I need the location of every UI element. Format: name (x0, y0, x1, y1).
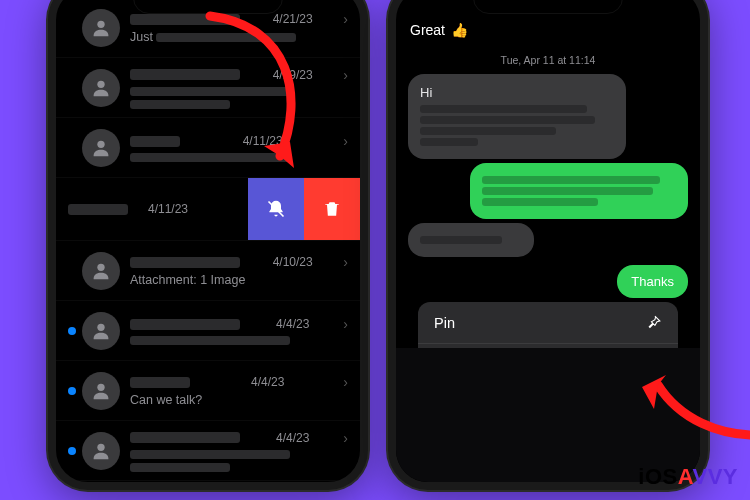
chevron-right-icon: › (343, 11, 348, 27)
message-preview: Can we talk? (130, 393, 348, 407)
chevron-right-icon: › (343, 254, 348, 270)
message-preview-redacted (130, 336, 290, 345)
conversation-row[interactable]: 4/10/23› Attachment: 1 Image (56, 241, 360, 301)
avatar (82, 129, 120, 167)
conversation-row[interactable]: 3/31/23› (56, 481, 360, 490)
chevron-right-icon: › (343, 430, 348, 446)
conversation-date: 4/11/23 (243, 134, 283, 148)
message-preview: Attachment: 1 Image (130, 273, 348, 287)
contact-name-redacted (130, 432, 240, 443)
unread-dot (68, 327, 76, 335)
chevron-right-icon: › (343, 374, 348, 390)
contact-name-redacted (130, 257, 240, 268)
chevron-right-icon: › (343, 316, 348, 332)
message-preview-redacted (130, 463, 230, 472)
notch (473, 0, 623, 14)
svg-point-4 (97, 323, 104, 330)
unread-dot (68, 387, 76, 395)
avatar (82, 432, 120, 470)
message-text: Hi (420, 85, 432, 100)
conversation-date: 4/4/23 (276, 431, 309, 445)
message-preview-redacted (130, 100, 230, 109)
avatar (82, 372, 120, 410)
contact-name-redacted (130, 319, 240, 330)
message-text: Thanks (631, 274, 674, 289)
sent-message-bubble[interactable]: Thanks (617, 265, 688, 299)
watermark-logo: iOSAVVY (638, 464, 738, 490)
conversation-row[interactable]: 4/19/23› (56, 58, 360, 118)
conversation-row[interactable]: 4/11/23› (56, 118, 360, 178)
messages-list[interactable]: 4/21/23› Just 4/19/23› 4/11/23› 4/ (56, 0, 360, 490)
contact-name-redacted (130, 377, 190, 388)
conversation-date: 4/4/23 (251, 375, 284, 389)
svg-point-5 (97, 383, 104, 390)
notch (133, 0, 283, 14)
svg-point-2 (97, 140, 104, 147)
conversation-date: 4/21/23 (273, 12, 313, 26)
conversation-date: 4/10/23 (273, 255, 313, 269)
svg-point-1 (97, 80, 104, 87)
conversation-date: 4/11/23 (148, 202, 188, 216)
received-message-bubble[interactable] (408, 223, 534, 257)
chevron-right-icon: › (343, 67, 348, 83)
avatar (82, 9, 120, 47)
contact-name-redacted (130, 69, 240, 80)
conversation-row[interactable]: 4/4/23› (56, 301, 360, 361)
menu-label: Pin (434, 315, 455, 331)
delete-swipe-button[interactable] (304, 178, 360, 240)
date-separator: Tue, Apr 11 at 11:14 (408, 54, 688, 66)
trash-icon (322, 199, 342, 219)
svg-point-3 (97, 263, 104, 270)
conversation-date: 4/19/23 (273, 68, 313, 82)
contact-name-redacted (68, 204, 128, 215)
header-preview-text: Great (410, 22, 445, 38)
thumbs-up-icon: 👍 (451, 22, 468, 38)
chevron-right-icon: › (343, 133, 348, 149)
conversation-row-swiped[interactable]: 4/11/23 (56, 178, 360, 241)
conversation-date: 4/4/23 (276, 317, 309, 331)
conversation-row[interactable]: 4/4/23› (56, 421, 360, 481)
message-preview-redacted (130, 87, 290, 96)
unread-dot (68, 447, 76, 455)
hide-alerts-swipe-button[interactable] (248, 178, 304, 240)
avatar (82, 252, 120, 290)
pin-icon (645, 314, 662, 331)
bell-slash-icon (266, 199, 286, 219)
phone-conversation-view: Great 👍 Tue, Apr 11 at 11:14 Hi Thanks P… (388, 0, 708, 490)
contact-name-redacted (130, 14, 240, 25)
svg-point-0 (97, 20, 104, 27)
contact-name-redacted (130, 136, 180, 147)
conversation-row[interactable]: 4/4/23› Can we talk? (56, 361, 360, 421)
svg-point-6 (97, 443, 104, 450)
sent-message-bubble[interactable] (470, 163, 688, 219)
received-message-bubble[interactable]: Hi (408, 74, 626, 159)
phone-messages-list: 4/21/23› Just 4/19/23› 4/11/23› 4/ (48, 0, 368, 490)
avatar (82, 312, 120, 350)
message-preview-redacted (130, 450, 290, 459)
message-preview: Just (130, 30, 348, 44)
menu-item-pin[interactable]: Pin (418, 302, 678, 344)
message-preview-redacted (130, 153, 290, 162)
avatar (82, 69, 120, 107)
